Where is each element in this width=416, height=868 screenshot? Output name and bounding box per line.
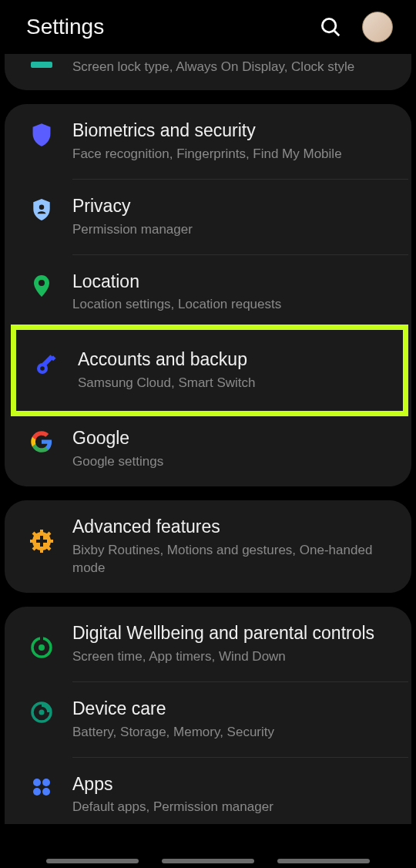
wellbeing-icon [25,622,59,659]
item-subtitle: Permission manager [72,221,394,239]
key-icon [30,348,64,376]
apps-icon [25,773,59,798]
lock-screen-icon [25,59,59,68]
search-icon[interactable] [319,15,342,39]
item-title: Privacy [72,195,394,218]
settings-group: Digital Wellbeing and parental controls … [5,607,411,824]
item-title: Accounts and backup [78,348,389,372]
svg-point-23 [42,779,50,786]
svg-point-4 [39,280,45,286]
item-subtitle: Face recognition, Fingerprints, Find My … [72,146,394,163]
item-subtitle: Google settings [72,453,394,471]
item-subtitle: Screen lock type, Always On Display, Clo… [72,59,394,76]
svg-point-0 [322,19,336,32]
svg-point-25 [42,788,50,796]
item-title: Advanced features [72,516,394,539]
settings-item-google[interactable]: Google Google settings [5,412,411,486]
item-subtitle: Default apps, Permission manager [72,799,394,816]
settings-item-location[interactable]: Location Location settings, Location req… [5,255,411,330]
header-actions [319,12,393,42]
item-title: Device care [72,698,394,721]
settings-item-biometrics[interactable]: Biometrics and security Face recognition… [5,104,411,179]
item-subtitle: Battery, Storage, Memory, Security [72,724,394,742]
item-title: Google [72,427,394,450]
shield-person-icon [25,195,59,221]
page-title: Settings [26,15,104,39]
settings-group: Biometrics and security Face recognition… [5,104,411,486]
item-title: Biometrics and security [72,119,394,143]
item-subtitle: Bixby Routines, Motions and gestures, On… [72,542,394,577]
navigation-bar [0,859,416,863]
nav-recents[interactable] [46,859,139,863]
item-subtitle: Screen time, App timers, Wind Down [72,648,394,666]
item-subtitle: Samsung Cloud, Smart Switch [78,375,389,392]
svg-rect-16 [36,540,47,543]
svg-line-1 [334,31,339,35]
svg-point-24 [33,788,41,796]
svg-point-3 [39,204,44,209]
svg-point-18 [39,644,45,651]
settings-item-apps[interactable]: Apps Default apps, Permission manager [5,758,411,825]
settings-group: Screen lock type, Always On Display, Clo… [5,54,411,90]
svg-point-22 [33,779,41,786]
header: Settings [0,0,416,54]
svg-rect-19 [40,636,43,641]
pin-icon [25,271,59,298]
settings-list: Screen lock type, Always On Display, Clo… [0,54,416,824]
item-title: Location [72,271,394,294]
settings-item-advanced-features[interactable]: Advanced features Bixby Routines, Motion… [5,500,411,593]
plus-gear-icon [25,516,59,553]
settings-item-lock-screen[interactable]: Screen lock type, Always On Display, Clo… [5,54,411,90]
item-title: Apps [72,773,394,796]
settings-item-device-care[interactable]: Device care Battery, Storage, Memory, Se… [5,682,411,757]
avatar[interactable] [362,12,393,42]
settings-item-digital-wellbeing[interactable]: Digital Wellbeing and parental controls … [5,607,411,681]
device-care-icon [25,698,59,724]
item-title: Digital Wellbeing and parental controls [72,622,394,645]
svg-point-6 [40,367,45,372]
nav-home[interactable] [162,859,254,863]
shield-icon [25,119,59,147]
svg-rect-7 [42,355,54,368]
item-subtitle: Location settings, Location requests [72,296,394,314]
settings-item-privacy[interactable]: Privacy Permission manager [5,180,411,254]
settings-group: Advanced features Bixby Routines, Motion… [5,500,411,593]
settings-item-accounts-backup[interactable]: Accounts and backup Samsung Cloud, Smart… [16,330,403,411]
nav-back[interactable] [277,859,370,863]
google-icon [25,427,59,453]
svg-rect-2 [31,62,52,68]
svg-point-21 [39,709,45,715]
highlighted-item-frame: Accounts and backup Samsung Cloud, Smart… [11,325,408,416]
